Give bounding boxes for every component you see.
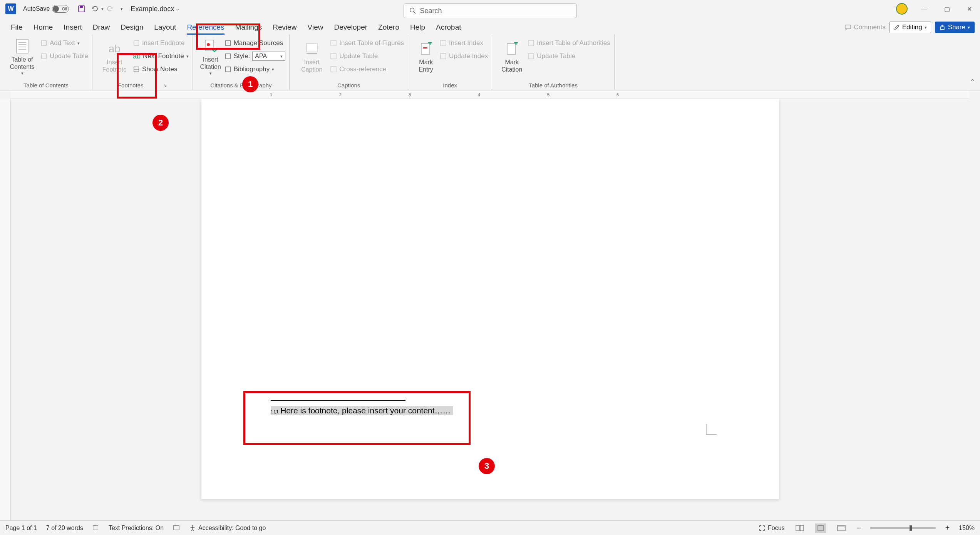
group-toc: Table of Contents ▾ Add Text▾ Update Tab…: [0, 35, 92, 90]
insert-table-of-authorities-button[interactable]: Insert Table of Authorities: [528, 38, 610, 48]
insert-caption-button[interactable]: Insert Caption: [293, 36, 330, 78]
svg-point-17: [207, 43, 210, 46]
tab-insert[interactable]: Insert: [58, 21, 87, 35]
tab-help[interactable]: Help: [405, 21, 431, 35]
document-viewport[interactable]: 111 Here is footnote, please insert your…: [11, 99, 969, 520]
svg-rect-36: [528, 54, 534, 59]
svg-rect-26: [421, 43, 430, 54]
mark-entry-icon: [418, 41, 434, 57]
group-label: Table of Contents: [4, 81, 88, 90]
accessibility-status[interactable]: Accessibility: Good to go: [189, 525, 266, 532]
tab-layout[interactable]: Layout: [149, 21, 181, 35]
tab-zotero[interactable]: Zotero: [373, 21, 405, 35]
manage-sources-icon: [224, 40, 231, 47]
cross-reference-button[interactable]: Cross-reference: [330, 64, 404, 75]
undo-icon[interactable]: [90, 5, 99, 13]
group-label: Index: [412, 81, 488, 90]
next-footnote-button[interactable]: ab Next Footnote ▾: [133, 51, 189, 62]
zoom-out-button[interactable]: −: [856, 523, 861, 533]
tab-view[interactable]: View: [302, 21, 329, 35]
tab-references[interactable]: References: [181, 21, 230, 35]
document-name[interactable]: Example.docx ⌵: [131, 5, 179, 13]
document-page[interactable]: 111 Here is footnote, please insert your…: [201, 99, 779, 499]
search-input[interactable]: Search: [404, 3, 577, 18]
word-app-icon: W: [5, 3, 16, 14]
focus-icon: [759, 525, 766, 532]
tab-developer[interactable]: Developer: [328, 21, 373, 35]
redo-icon[interactable]: [106, 5, 114, 13]
zoom-slider[interactable]: [870, 527, 936, 529]
citation-style-select[interactable]: Style: APA▾: [224, 51, 286, 62]
add-text-button[interactable]: Add Text▾: [40, 38, 88, 48]
tab-file[interactable]: File: [5, 21, 28, 35]
horizontal-ruler[interactable]: 1 2 3 4 5 6: [11, 90, 969, 99]
page-count[interactable]: Page 1 of 1: [5, 525, 37, 532]
insert-citation-button[interactable]: Insert Citation ▾: [197, 36, 224, 78]
vertical-ruler[interactable]: [0, 99, 11, 520]
tab-review[interactable]: Review: [267, 21, 302, 35]
minimize-button[interactable]: —: [919, 3, 930, 14]
tab-acrobat[interactable]: Acrobat: [431, 21, 466, 35]
update-authorities-button[interactable]: Update Table: [528, 51, 610, 62]
comments-button[interactable]: Comments: [844, 23, 885, 31]
svg-point-2: [410, 8, 414, 12]
mark-entry-button[interactable]: Mark Entry: [412, 36, 440, 78]
footnote-icon: ab: [106, 41, 122, 57]
group-captions: Insert Caption Insert Table of Figures U…: [290, 35, 408, 90]
bibliography-icon: [224, 66, 231, 73]
insert-index-button[interactable]: Insert Index: [440, 38, 488, 48]
tab-draw[interactable]: Draw: [87, 21, 115, 35]
tab-design[interactable]: Design: [115, 21, 149, 35]
insert-footnote-button[interactable]: ab Insert Footnote: [96, 36, 133, 78]
search-icon: [409, 7, 416, 14]
autosave-label: AutoSave: [23, 5, 50, 12]
dialog-launcher-icon[interactable]: ↘: [163, 82, 167, 88]
table-of-contents-button[interactable]: Table of Contents ▾: [4, 36, 40, 78]
cross-ref-icon: [330, 66, 337, 73]
bibliography-button[interactable]: Bibliography▾: [224, 64, 286, 75]
print-layout-button[interactable]: [815, 523, 826, 533]
word-count[interactable]: 7 of 20 words: [46, 525, 83, 532]
chevron-down-icon: ▾: [968, 25, 970, 30]
insert-endnote-button[interactable]: Insert Endnote: [133, 38, 189, 48]
update-icon: [440, 53, 447, 60]
citation-icon: [203, 38, 219, 54]
maximize-button[interactable]: ▢: [941, 3, 952, 14]
web-layout-button[interactable]: [836, 523, 847, 533]
user-avatar[interactable]: [896, 3, 908, 15]
svg-rect-23: [331, 40, 336, 46]
share-button[interactable]: Share ▾: [935, 22, 975, 33]
undo-dropdown-icon[interactable]: ▾: [101, 7, 104, 12]
annotation-badge-1: 1: [242, 76, 258, 92]
svg-rect-12: [42, 54, 47, 59]
document-name-dropdown-icon[interactable]: ⌵: [176, 7, 179, 12]
tab-home[interactable]: Home: [28, 21, 59, 35]
display-settings-icon[interactable]: [173, 525, 180, 532]
read-mode-button[interactable]: [794, 523, 806, 533]
show-notes-button[interactable]: Show Notes: [133, 64, 189, 75]
collapse-ribbon-icon[interactable]: ⌃: [970, 78, 975, 86]
chevron-down-icon: ▾: [280, 54, 283, 59]
chevron-down-icon: ▾: [925, 25, 927, 30]
focus-mode-button[interactable]: Focus: [759, 525, 785, 532]
tab-mailings[interactable]: Mailings: [230, 21, 268, 35]
zoom-in-button[interactable]: +: [945, 523, 950, 532]
text-predictions[interactable]: Text Predictions: On: [109, 525, 164, 532]
insert-table-of-figures-button[interactable]: Insert Table of Figures: [330, 38, 404, 48]
autosave-toggle[interactable]: AutoSave Off: [23, 5, 69, 13]
spellcheck-icon[interactable]: [92, 525, 99, 532]
close-button[interactable]: ✕: [964, 3, 975, 14]
update-captions-button[interactable]: Update Table: [330, 51, 404, 62]
group-footnotes: ab Insert Footnote Insert Endnote ab Nex…: [92, 35, 193, 90]
editing-mode-dropdown[interactable]: Editing ▾: [890, 22, 931, 33]
save-icon[interactable]: [77, 5, 86, 13]
qat-customize-icon[interactable]: ▾: [121, 7, 123, 12]
footnote-entry[interactable]: 111 Here is footnote, please insert your…: [271, 406, 453, 415]
group-authorities: Mark Citation Insert Table of Authoritie…: [492, 35, 615, 90]
update-index-button[interactable]: Update Index: [440, 51, 488, 62]
zoom-level[interactable]: 150%: [959, 525, 975, 532]
update-toc-button[interactable]: Update Table: [40, 51, 88, 62]
mark-citation-button[interactable]: Mark Citation: [496, 36, 528, 78]
work-area: 1 2 3 4 5 6 111 Here is footnote, please…: [0, 90, 980, 520]
manage-sources-button[interactable]: Manage Sources: [224, 38, 286, 48]
